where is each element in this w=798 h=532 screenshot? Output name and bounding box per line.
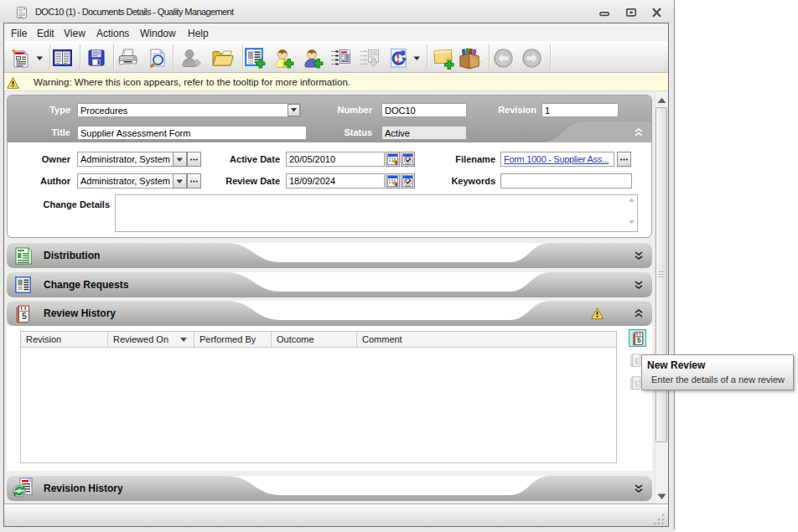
svg-text:5: 5 <box>637 336 641 344</box>
svg-text:5: 5 <box>635 380 639 389</box>
svg-text:5: 5 <box>635 358 639 366</box>
svg-text:5: 5 <box>22 311 27 321</box>
